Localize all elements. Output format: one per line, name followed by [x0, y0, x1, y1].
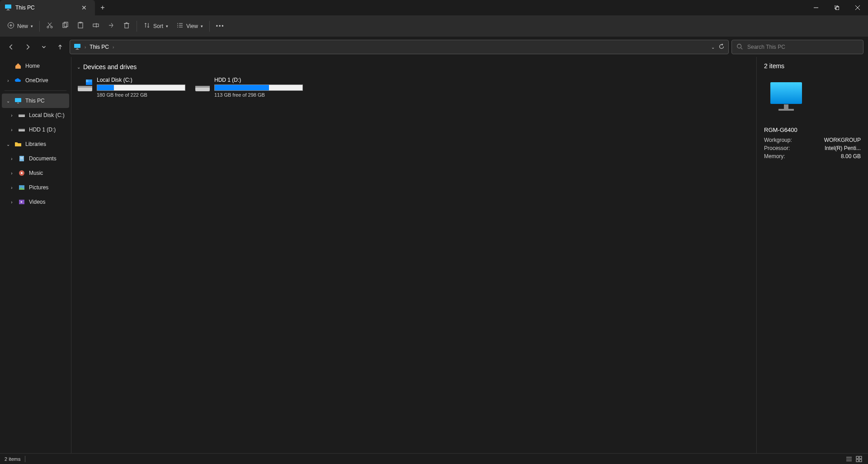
navigation-pane: Home › OneDrive ⌄ This PC › Local Disk (…: [0, 57, 71, 453]
recent-button[interactable]: [37, 40, 51, 54]
sort-button[interactable]: Sort ▾: [140, 19, 172, 34]
chevron-right-icon[interactable]: ›: [9, 127, 14, 132]
up-button[interactable]: [53, 40, 67, 54]
sidebar-item-videos[interactable]: › Videos: [2, 195, 69, 209]
rename-button[interactable]: [89, 19, 103, 34]
view-icon: [176, 22, 184, 30]
chevron-down-icon[interactable]: ⌄: [5, 142, 11, 147]
chevron-right-icon[interactable]: ›: [9, 113, 14, 118]
drive-name: Local Disk (C:): [97, 77, 185, 83]
new-tab-button[interactable]: +: [95, 4, 110, 12]
svg-rect-59: [784, 104, 788, 109]
svg-line-35: [741, 47, 743, 49]
drive-item[interactable]: Local Disk (C:) 180 GB free of 222 GB: [75, 75, 187, 99]
sidebar-item-this-pc[interactable]: ⌄ This PC: [2, 94, 69, 108]
sidebar-separator: [5, 90, 66, 91]
new-label: New: [17, 23, 28, 29]
paste-button[interactable]: [73, 19, 88, 34]
svg-rect-67: [859, 459, 862, 462]
search-box[interactable]: [731, 40, 863, 54]
group-header-devices[interactable]: ⌄ Devices and drives: [74, 61, 754, 72]
close-tab-button[interactable]: ✕: [78, 4, 90, 11]
delete-button[interactable]: [119, 19, 134, 34]
copy-button[interactable]: [58, 19, 72, 34]
sidebar-item-pictures[interactable]: › Pictures: [2, 180, 69, 195]
breadcrumb-item[interactable]: This PC: [90, 44, 109, 50]
svg-rect-1: [7, 9, 9, 10]
forward-button[interactable]: [21, 40, 34, 54]
details-header: 2 items: [764, 62, 861, 70]
details-view-button[interactable]: [844, 455, 854, 463]
svg-rect-33: [75, 49, 79, 50]
chevron-right-icon: ›: [113, 45, 114, 50]
details-row-processor: Processor: Intel(R) Penti...: [764, 144, 861, 152]
drive-d-icon: [194, 78, 211, 94]
details-pane: 2 items RGM-G6400 Workgroup: WORKGROUP P…: [756, 57, 868, 453]
svg-rect-18: [78, 23, 83, 28]
close-window-button[interactable]: [847, 0, 868, 15]
rename-icon: [92, 22, 99, 30]
chevron-right-icon[interactable]: ›: [9, 156, 14, 161]
chevron-down-icon[interactable]: ⌄: [711, 45, 715, 50]
tab-title: This PC: [15, 5, 74, 11]
chevron-down-icon: ▾: [31, 24, 33, 28]
music-icon: [18, 169, 25, 177]
drive-usage-bar: [97, 84, 185, 91]
drive-name: HDD 1 (D:): [214, 77, 303, 83]
svg-rect-65: [859, 456, 862, 459]
share-icon: [108, 22, 115, 30]
minimize-button[interactable]: [806, 0, 826, 15]
chevron-right-icon[interactable]: ›: [5, 78, 11, 83]
sidebar-item-onedrive[interactable]: › OneDrive: [2, 73, 69, 88]
chevron-right-icon[interactable]: ›: [9, 185, 14, 190]
refresh-button[interactable]: [718, 43, 725, 51]
maximize-button[interactable]: [826, 0, 847, 15]
back-button[interactable]: [5, 40, 18, 54]
sidebar-item-music[interactable]: › Music: [2, 166, 69, 180]
drive-item[interactable]: HDD 1 (D:) 113 GB free of 298 GB: [193, 75, 305, 99]
svg-rect-57: [195, 86, 210, 88]
search-input[interactable]: [747, 44, 859, 50]
sidebar-label: Libraries: [25, 141, 46, 147]
sidebar-item-local-disk[interactable]: › Local Disk (C:): [2, 108, 69, 122]
cut-button[interactable]: [42, 19, 57, 34]
details-row-memory: Memory: 8.00 GB: [764, 152, 861, 160]
monitor-icon: [74, 43, 81, 52]
sidebar-label: This PC: [25, 98, 45, 104]
view-button[interactable]: View ▾: [173, 19, 207, 34]
pictures-icon: [18, 184, 25, 191]
address-bar[interactable]: › This PC › ⌄: [70, 40, 729, 54]
chevron-down-icon: ▾: [166, 24, 168, 28]
tab-this-pc[interactable]: This PC ✕: [0, 0, 95, 15]
content-area[interactable]: ⌄ Devices and drives Local Disk (C:) 180…: [71, 57, 756, 453]
drive-icon: [18, 112, 25, 119]
svg-rect-20: [93, 24, 99, 27]
svg-line-15: [48, 23, 51, 26]
sidebar-label: Pictures: [29, 184, 48, 191]
chevron-right-icon[interactable]: ›: [9, 200, 14, 205]
sidebar-item-documents[interactable]: › Documents: [2, 151, 69, 166]
monitor-large-icon: [766, 79, 807, 119]
toolbar: New ▾ Sort ▾ View ▾ •••: [0, 15, 868, 37]
svg-rect-32: [76, 48, 78, 49]
chevron-right-icon[interactable]: ›: [9, 171, 14, 176]
paste-icon: [77, 22, 84, 30]
share-button[interactable]: [104, 19, 118, 34]
svg-rect-37: [17, 103, 19, 103]
svg-rect-41: [19, 129, 25, 130]
navigation-bar: › This PC › ⌄: [0, 37, 868, 57]
more-button[interactable]: •••: [212, 19, 228, 34]
cloud-icon: [14, 77, 22, 84]
tiles-view-button[interactable]: [854, 455, 863, 463]
sidebar-item-hdd1[interactable]: › HDD 1 (D:): [2, 122, 69, 137]
drive-icon: [18, 126, 25, 133]
chevron-down-icon: ⌄: [77, 65, 80, 70]
svg-rect-54: [86, 80, 89, 82]
svg-rect-60: [778, 109, 794, 111]
sidebar-item-home[interactable]: Home: [2, 59, 69, 73]
new-button[interactable]: New ▾: [4, 19, 37, 34]
svg-rect-66: [856, 459, 859, 462]
chevron-down-icon[interactable]: ⌄: [5, 98, 11, 103]
sort-label: Sort: [153, 23, 163, 29]
sidebar-item-libraries[interactable]: ⌄ Libraries: [2, 137, 69, 151]
